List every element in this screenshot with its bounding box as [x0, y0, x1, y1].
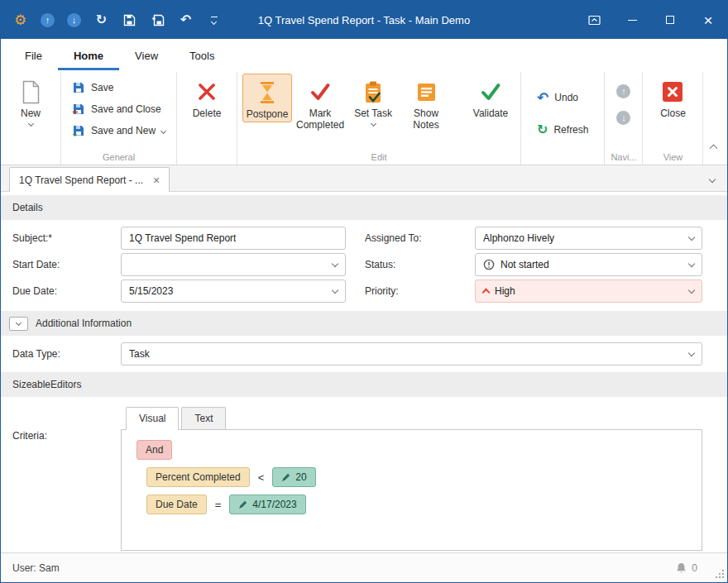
field-chip[interactable]: Percent Completed [146, 467, 250, 487]
close-tab-icon[interactable]: × [153, 174, 160, 186]
floppy-plus-glyph [151, 14, 165, 26]
field-chip[interactable]: Due Date [146, 495, 207, 514]
green-check-icon [480, 79, 501, 105]
undo-label: Undo [554, 92, 578, 103]
validate-button[interactable]: Validate [466, 74, 515, 121]
save-icon[interactable] [122, 12, 137, 28]
undo-arrow-icon: ↶ [537, 91, 548, 105]
group-label-navigation: Navi... [605, 152, 642, 162]
postpone-button[interactable]: Postpone [242, 74, 292, 122]
data-type-combobox[interactable]: Task [121, 342, 702, 366]
sizeable-editors-header: SizeableEditors [1, 372, 727, 397]
due-date-value: 5/15/2023 [129, 285, 173, 297]
pencil-icon [281, 473, 290, 482]
delete-button[interactable]: Delete [182, 74, 232, 121]
document-tab[interactable]: 1Q Travel Spend Report - ... × [9, 167, 170, 192]
tab-tools[interactable]: Tools [174, 41, 230, 70]
assigned-to-label: Assigned To: [365, 232, 475, 244]
filter-tabs: Visual Text [121, 407, 702, 430]
refresh-button[interactable]: ↻ Refresh [531, 119, 594, 141]
save-all-icon[interactable] [150, 12, 165, 28]
new-button[interactable]: New [6, 74, 55, 127]
chevron-down-icon[interactable] [688, 287, 695, 294]
chevron-down-icon[interactable] [688, 350, 695, 356]
tab-home[interactable]: Home [58, 41, 119, 70]
group-operator-chip[interactable]: And [136, 440, 172, 460]
maximize-button[interactable] [651, 1, 689, 39]
mark-completed-label: Mark Completed [294, 108, 347, 131]
value-chip[interactable]: 4/17/2023 [229, 495, 305, 514]
ribbon-group-navigation: ↑ ↓ Navi... [605, 72, 643, 165]
minimize-glyph [628, 20, 637, 21]
save-floppy-icon [72, 81, 85, 94]
save-and-close-button[interactable]: Save and Close [66, 98, 171, 120]
chevron-down-icon[interactable] [688, 234, 695, 241]
resize-grip[interactable] [715, 570, 724, 579]
postpone-label: Postpone [247, 108, 289, 120]
tab-text[interactable]: Text [181, 407, 226, 429]
priority-combobox[interactable]: High [475, 280, 702, 303]
start-date-label: Start Date: [12, 259, 121, 270]
undo-icon[interactable]: ↶ [178, 12, 194, 28]
additional-information-label: Additional Information [36, 318, 132, 329]
ribbon-display-options-button[interactable] [575, 1, 613, 39]
mark-completed-button[interactable]: Mark Completed [292, 74, 348, 133]
value-text: 4/17/2023 [252, 499, 296, 510]
notifications[interactable]: 0 [676, 562, 697, 574]
record-up-button[interactable]: ↑ [616, 84, 630, 98]
tab-visual[interactable]: Visual [126, 407, 179, 430]
due-date-combobox[interactable]: 5/15/2023 [121, 280, 346, 303]
filter-condition-row: Due Date = 4/17/2023 [146, 495, 692, 514]
chevron-down-glyph [211, 18, 217, 24]
chevron-down-icon [160, 127, 166, 133]
form-row: Due Date: 5/15/2023 Priority: High [1, 280, 727, 303]
close-window-button[interactable]: × [689, 1, 727, 39]
value-chip[interactable]: 20 [272, 467, 315, 487]
filter-panel: And Percent Completed < 20 Due Date = [121, 430, 702, 551]
set-task-button[interactable]: Set Task [348, 74, 398, 127]
record-down-button[interactable]: ↓ [616, 111, 630, 125]
group-label-general: General [61, 152, 176, 162]
tab-file[interactable]: File [9, 41, 58, 70]
operator-text[interactable]: = [215, 499, 222, 511]
save-button[interactable]: Save [66, 77, 171, 98]
collapse-section-button[interactable] [9, 317, 28, 331]
status-combobox[interactable]: Not started [475, 253, 702, 276]
chevron-down-icon[interactable] [332, 260, 338, 267]
refresh-icon[interactable]: ↻ [93, 12, 109, 28]
customize-qat-chevron-icon[interactable] [206, 12, 222, 28]
settings-gear-icon[interactable]: ⚙ [12, 12, 28, 28]
nav-previous-icon[interactable]: ↑ [41, 13, 55, 27]
minimize-button[interactable] [613, 1, 651, 39]
start-date-combobox[interactable] [121, 253, 346, 276]
subject-input[interactable]: 1Q Travel Spend Report [121, 227, 346, 250]
arrow-up-glyph: ↑ [46, 16, 50, 25]
document-tab-title: 1Q Travel Spend Report - ... [19, 174, 143, 186]
subject-label: Subject:* [12, 232, 121, 244]
operator-text[interactable]: < [258, 471, 265, 484]
save-and-new-button[interactable]: Save and New [66, 120, 171, 141]
save-and-new-icon [72, 124, 85, 137]
assigned-to-combobox[interactable]: Alphonzo Hively [475, 227, 702, 250]
tab-list-chevron-icon[interactable] [709, 176, 716, 183]
close-document-button[interactable]: Close [648, 74, 697, 121]
chevron-down-icon[interactable] [332, 287, 338, 294]
undo-button[interactable]: ↶ Undo [531, 87, 594, 108]
save-and-close-icon [72, 103, 85, 116]
show-notes-button[interactable]: Show Notes [398, 74, 454, 133]
app-window: ⚙ ↑ ↓ ↻ ↶ 1Q Travel Spend Report - Task … [0, 0, 728, 583]
delete-x-icon [196, 79, 218, 105]
details-header-label: Details [12, 202, 43, 213]
form-row: Data Type: Task [1, 342, 727, 366]
nav-next-icon[interactable]: ↓ [67, 13, 81, 27]
tab-view[interactable]: View [119, 41, 174, 70]
data-type-value: Task [129, 348, 150, 360]
collapse-ribbon-chevron-icon[interactable] [710, 145, 718, 153]
document-tab-bar: 1Q Travel Spend Report - ... × [1, 165, 727, 192]
sizeable-editors-label: SizeableEditors [12, 379, 81, 390]
chevron-down-icon[interactable] [688, 260, 695, 267]
high-priority-icon [482, 289, 491, 297]
save-label: Save [91, 82, 113, 93]
arrow-down-glyph: ↓ [621, 113, 626, 122]
criteria-label: Criteria: [12, 407, 121, 551]
